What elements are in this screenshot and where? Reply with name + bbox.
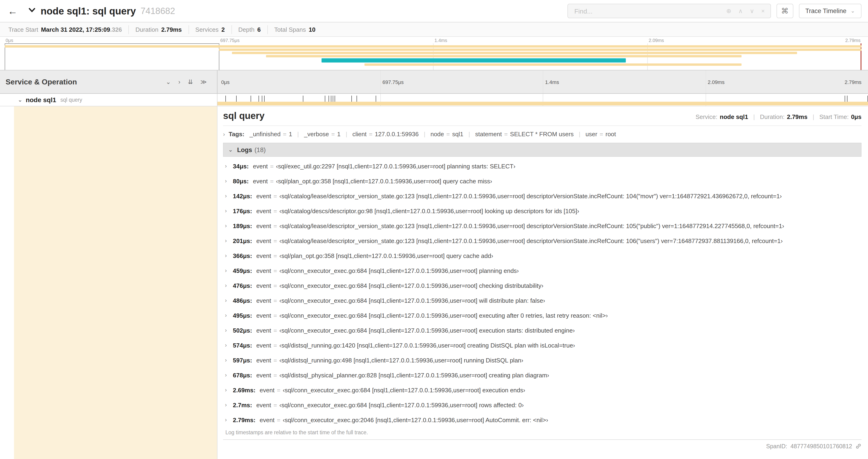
minimap-span-bar: [232, 52, 797, 54]
log-row[interactable]: ›486μs:event=‹sql/conn_executor_exec.go:…: [225, 293, 862, 308]
chevron-right-icon[interactable]: ›: [225, 252, 233, 259]
collapse-deep-icon[interactable]: ⇊: [188, 78, 193, 85]
log-row[interactable]: ›189μs:event=‹sql/catalog/lease/descript…: [225, 218, 862, 233]
span-row: ⌄ node sql1 sql query: [0, 94, 868, 106]
log-event-tick: [351, 96, 352, 102]
log-row[interactable]: ›2.7ms:event=‹sql/conn_executor_exec.go:…: [225, 397, 862, 412]
chevron-right-icon[interactable]: ›: [225, 342, 233, 349]
log-row[interactable]: ›80μs:event=‹sql/plan_opt.go:358 [nsql1,…: [225, 173, 862, 189]
chevron-right-icon[interactable]: ›: [225, 372, 233, 378]
log-field-key: event: [256, 252, 271, 259]
log-field-key: event: [256, 222, 271, 229]
log-timestamp: 142μs:: [233, 192, 252, 199]
tags-accordion[interactable]: › Tags: _unfinished=1|_verbose=1|client=…: [223, 131, 862, 138]
chevron-down-icon[interactable]: ⌄: [18, 97, 22, 103]
chevron-right-icon[interactable]: ›: [225, 207, 233, 214]
log-field-key: event: [256, 357, 271, 364]
log-timestamp: 574μs:: [233, 342, 252, 349]
deep-link-icon[interactable]: [856, 443, 862, 449]
jaeger-trace-page: ← node sql1: sql query 7418682 ⊕ ∧ ∨ × ⌘: [0, 0, 868, 459]
chevron-right-icon[interactable]: ›: [225, 402, 233, 408]
next-match-icon[interactable]: ∨: [750, 7, 754, 14]
expand-one-icon[interactable]: ›: [178, 78, 180, 85]
detail-left-gutter: [0, 106, 14, 459]
timeline-ruler[interactable]: 0μs 697.75μs 1.4ms 2.09ms 2.79ms: [217, 70, 868, 93]
trace-minimap: 0μs 697.75μs 1.4ms 2.09ms 2.79ms: [0, 37, 868, 70]
log-row[interactable]: ›574μs:event=‹sql/distsql_running.go:142…: [225, 338, 862, 353]
log-timestamp: 2.79ms:: [233, 416, 255, 423]
log-event-tick: [236, 96, 237, 102]
log-timestamp: 678μs:: [233, 371, 252, 379]
clear-search-icon[interactable]: ×: [761, 7, 765, 14]
log-field-value: ‹sql/catalog/lease/descriptor_version_st…: [279, 237, 783, 244]
log-row[interactable]: ›201μs:event=‹sql/catalog/lease/descript…: [225, 233, 862, 248]
tag-value: 127.0.0.1:59936: [375, 131, 418, 138]
log-row[interactable]: ›495μs:event=‹sql/conn_executor_exec.go:…: [225, 308, 862, 323]
services-value: 2: [221, 26, 225, 33]
collapse-header-button[interactable]: [28, 7, 36, 15]
log-field-key: event: [256, 401, 271, 408]
duration-value: 2.79ms: [161, 26, 182, 33]
back-arrow-icon: ←: [8, 5, 18, 17]
log-row[interactable]: ›678μs:event=‹sql/distsql_physical_plann…: [225, 368, 862, 383]
log-field-value: ‹sql/conn_executor_exec.go:684 [nsql1,cl…: [279, 401, 524, 408]
stat-trace-start: Trace Start March 31 2022, 17:25:09.326: [2, 25, 129, 34]
trace-start-label: Trace Start: [8, 26, 38, 33]
chevron-right-icon: ›: [223, 131, 225, 138]
tag-equals: =: [283, 131, 286, 138]
back-button[interactable]: ←: [5, 3, 21, 19]
chevron-right-icon[interactable]: ›: [225, 297, 233, 304]
logs-list: ›34μs:event=‹sql/exec_util.go:2297 [nsql…: [223, 157, 862, 427]
chevron-right-icon[interactable]: ›: [225, 387, 233, 393]
log-row[interactable]: ›459μs:event=‹sql/conn_executor_exec.go:…: [225, 263, 862, 278]
log-row[interactable]: ›176μs:event=‹sql/catalog/descs/descript…: [225, 203, 862, 218]
chevron-right-icon[interactable]: ›: [225, 267, 233, 274]
find-controls: ⊕ ∧ ∨ ×: [726, 7, 765, 14]
service-operation-title: Service & Operation: [6, 78, 77, 86]
chevron-right-icon[interactable]: ›: [225, 163, 233, 169]
log-equals: =: [274, 222, 277, 229]
minimap-graph[interactable]: [5, 43, 862, 70]
depth-label: Depth: [238, 26, 254, 33]
log-row[interactable]: ›2.69ms:event=‹sql/conn_executor_exec.go…: [225, 383, 862, 397]
chevron-right-icon[interactable]: ›: [225, 193, 233, 199]
find-input[interactable]: [574, 7, 726, 15]
collapse-all-icon[interactable]: ⌄: [166, 78, 171, 85]
span-duration-bar[interactable]: [217, 102, 868, 105]
log-row[interactable]: ›2.79ms:event=‹sql/conn_executor_exec.go…: [225, 412, 862, 427]
match-count-icon[interactable]: ⊕: [726, 7, 731, 14]
log-row[interactable]: ›366μs:event=‹sql/plan_opt.go:358 [nsql1…: [225, 248, 862, 263]
chevron-right-icon[interactable]: ›: [225, 417, 233, 423]
log-timestamp: 189μs:: [233, 222, 252, 229]
trace-view-selector[interactable]: Trace Timeline ⌄: [799, 4, 862, 18]
log-row[interactable]: ›476μs:event=‹sql/conn_executor_exec.go:…: [225, 278, 862, 293]
span-name-cell[interactable]: ⌄ node sql1 sql query: [0, 94, 217, 106]
chevron-right-icon[interactable]: ›: [225, 357, 233, 363]
log-field-key: event: [253, 163, 268, 170]
log-row[interactable]: ›502μs:event=‹sql/conn_executor_exec.go:…: [225, 323, 862, 338]
chevron-right-icon[interactable]: ›: [225, 312, 233, 319]
chevron-right-icon[interactable]: ›: [225, 223, 233, 229]
logs-label: Logs: [237, 146, 252, 153]
log-row[interactable]: ›142μs:event=‹sql/catalog/lease/descript…: [225, 189, 862, 203]
log-event-tick: [251, 96, 251, 102]
chevron-right-icon[interactable]: ›: [225, 178, 233, 184]
chevron-right-icon[interactable]: ›: [225, 237, 233, 244]
tag-key: statement: [475, 131, 502, 138]
log-row[interactable]: ›34μs:event=‹sql/exec_util.go:2297 [nsql…: [225, 159, 862, 173]
chevron-right-icon[interactable]: ›: [225, 327, 233, 333]
log-field-value: ‹sql/plan_opt.go:358 [nsql1,client=127.0…: [276, 177, 492, 185]
log-timestamp: 366μs:: [233, 252, 252, 259]
log-event-tick: [335, 96, 335, 102]
expand-all-icon[interactable]: ≫: [200, 78, 207, 85]
service-value: node sql1: [720, 113, 748, 120]
log-field-value: ‹sql/conn_executor_exec.go:2046 [nsql1,c…: [283, 416, 548, 423]
prev-match-icon[interactable]: ∧: [738, 7, 743, 14]
chevron-right-icon[interactable]: ›: [225, 282, 233, 289]
tag-separator: |: [468, 131, 470, 138]
logs-accordion-header[interactable]: ⌄ Logs (18): [223, 143, 862, 157]
tag-key: _verbose: [304, 131, 329, 138]
log-row[interactable]: ›597μs:event=‹sql/distsql_running.go:498…: [225, 353, 862, 368]
keyboard-shortcuts-button[interactable]: ⌘: [777, 4, 793, 18]
log-equals: =: [274, 401, 277, 408]
